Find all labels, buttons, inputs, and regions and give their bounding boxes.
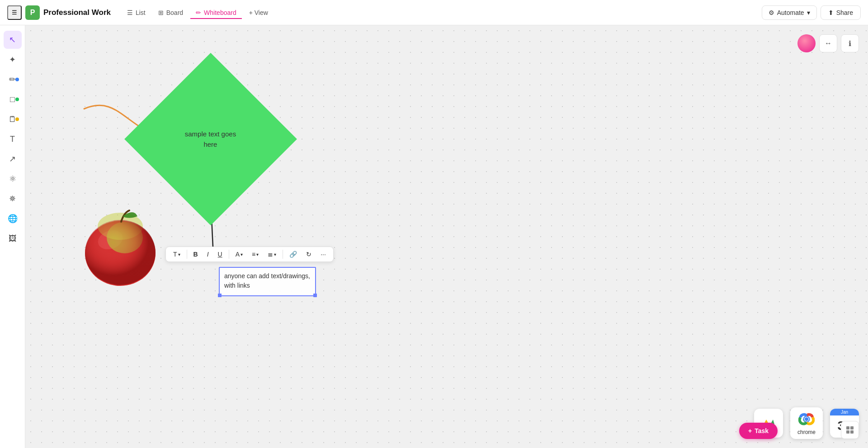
- board-tab-icon: ⊞: [158, 9, 164, 16]
- apps-grid-button[interactable]: [841, 421, 859, 439]
- tool-connect[interactable]: ⚛: [4, 170, 22, 188]
- rect-icon: □: [10, 95, 15, 104]
- toolbar-separator-2: [229, 250, 229, 259]
- font-color-chevron-icon: ▾: [241, 252, 243, 257]
- tool-text[interactable]: T: [4, 130, 22, 148]
- top-navigation: ☰ P Professional Work ☰ List ⊞ Board ✏ W…: [0, 0, 868, 25]
- tool-note[interactable]: 🗒: [4, 110, 22, 128]
- info-icon: ℹ: [849, 39, 851, 48]
- tool-globe[interactable]: 🌐: [4, 210, 22, 228]
- list-chevron-icon: ▾: [274, 252, 276, 257]
- left-toolbar: ↖ ✦ ✏ □ 🗒 T ↗ ⚛ ✵ 🌐: [0, 25, 25, 448]
- automate-icon: ⚙: [769, 9, 774, 16]
- automate-chevron-icon: ▾: [807, 9, 810, 16]
- align-button[interactable]: ≡ ▾: [248, 249, 262, 260]
- text-box[interactable]: anyone can add text/drawings, with links: [219, 267, 316, 296]
- link-icon: 🔗: [289, 251, 297, 258]
- board-tab-label: Board: [166, 9, 183, 16]
- line-icon: ↗: [9, 154, 16, 164]
- rect-color-dot: [15, 98, 19, 101]
- tool-select[interactable]: ↖: [4, 31, 22, 49]
- svg-rect-11: [846, 426, 849, 429]
- add-task-button[interactable]: + Task: [739, 423, 778, 439]
- rotate-icon: ↻: [306, 251, 311, 258]
- sparkle-icon: ✵: [9, 194, 16, 204]
- link-button[interactable]: 🔗: [286, 249, 301, 260]
- chrome-icon: [798, 411, 815, 427]
- align-icon: ≡: [252, 251, 255, 258]
- pen-color-dot: [15, 78, 19, 81]
- svg-rect-13: [846, 430, 849, 434]
- share-icon: ⬆: [828, 9, 834, 16]
- main-layout: ↖ ✦ ✏ □ 🗒 T ↗ ⚛ ✵ 🌐: [0, 25, 868, 448]
- hamburger-button[interactable]: ☰: [7, 5, 22, 20]
- add-task-label: Task: [755, 427, 769, 434]
- list-button[interactable]: ≣ ▾: [264, 249, 280, 260]
- svg-rect-12: [850, 426, 854, 429]
- globe-icon: 🌐: [8, 214, 18, 224]
- tool-line[interactable]: ↗: [4, 150, 22, 168]
- svg-point-10: [805, 417, 808, 421]
- connect-icon: ⚛: [9, 174, 16, 184]
- add-view-button[interactable]: + View: [244, 6, 274, 19]
- hamburger-icon: ☰: [12, 9, 17, 16]
- tool-rect[interactable]: □: [4, 90, 22, 108]
- chrome-app[interactable]: chrome: [790, 407, 823, 439]
- font-color-button[interactable]: A ▾: [232, 249, 246, 260]
- automate-label: Automate: [777, 9, 804, 16]
- top-right-controls: ↔ ℹ: [797, 34, 859, 52]
- tab-board[interactable]: ⊞ Board: [153, 6, 189, 19]
- text-icon: T: [10, 135, 15, 144]
- tool-sparkle[interactable]: ✵: [4, 190, 22, 208]
- calendar-header: Jan: [830, 409, 859, 415]
- toolbar-separator-3: [283, 250, 283, 259]
- italic-icon: I: [207, 251, 209, 258]
- user-avatar[interactable]: [797, 34, 816, 52]
- fit-to-screen-button[interactable]: ↔: [819, 34, 837, 52]
- apple-image: [75, 199, 165, 289]
- toolbar-separator-1: [187, 250, 187, 259]
- rotate-button[interactable]: ↻: [302, 249, 315, 260]
- text-box-content: anyone can add text/drawings, with links: [224, 272, 310, 289]
- apple-svg: [75, 199, 165, 289]
- svg-point-4: [85, 220, 156, 285]
- more-button[interactable]: ···: [317, 249, 330, 260]
- list-tab-label: List: [136, 9, 146, 16]
- tab-whiteboard[interactable]: ✏ Whiteboard: [190, 6, 242, 19]
- diamond-text: sample text goes here: [185, 129, 236, 149]
- font-size-button[interactable]: T ▾: [170, 249, 184, 260]
- list-tab-icon: ☰: [127, 9, 133, 16]
- grid-icon: [845, 425, 854, 434]
- tool-ai[interactable]: ✦: [4, 51, 22, 69]
- align-chevron-icon: ▾: [256, 252, 259, 257]
- underline-button[interactable]: U: [214, 249, 226, 260]
- whiteboard-tab-label: Whiteboard: [204, 9, 236, 16]
- font-size-chevron-icon: ▾: [178, 252, 180, 257]
- share-button[interactable]: ⬆ Share: [821, 5, 861, 20]
- more-icon: ···: [321, 251, 326, 258]
- bold-icon: B: [193, 251, 198, 258]
- text-box-corner-left-handle[interactable]: [218, 294, 222, 297]
- share-label: Share: [836, 9, 853, 16]
- project-name: Professional Work: [43, 8, 111, 17]
- tab-list[interactable]: ☰ List: [122, 6, 151, 19]
- note-color-dot: [15, 117, 19, 121]
- chrome-label: chrome: [797, 429, 816, 435]
- italic-button[interactable]: I: [203, 249, 212, 260]
- info-button[interactable]: ℹ: [841, 34, 859, 52]
- ai-icon: ✦: [9, 55, 16, 65]
- fit-icon: ↔: [825, 39, 832, 47]
- canvas-area[interactable]: sample text goes here: [25, 25, 868, 448]
- tool-image[interactable]: 🖼: [4, 229, 22, 247]
- font-size-icon: T: [173, 251, 177, 258]
- add-task-plus-icon: +: [748, 427, 752, 434]
- nav-right: ⚙ Automate ▾ ⬆ Share: [762, 5, 861, 20]
- bold-button[interactable]: B: [190, 249, 202, 260]
- whiteboard-tab-icon: ✏: [196, 9, 201, 16]
- tool-pen[interactable]: ✏: [4, 70, 22, 89]
- text-box-corner-handle[interactable]: [313, 294, 317, 297]
- image-icon: 🖼: [9, 234, 17, 243]
- automate-button[interactable]: ⚙ Automate ▾: [762, 5, 817, 20]
- font-color-icon: A: [236, 251, 240, 258]
- underline-icon: U: [218, 251, 222, 258]
